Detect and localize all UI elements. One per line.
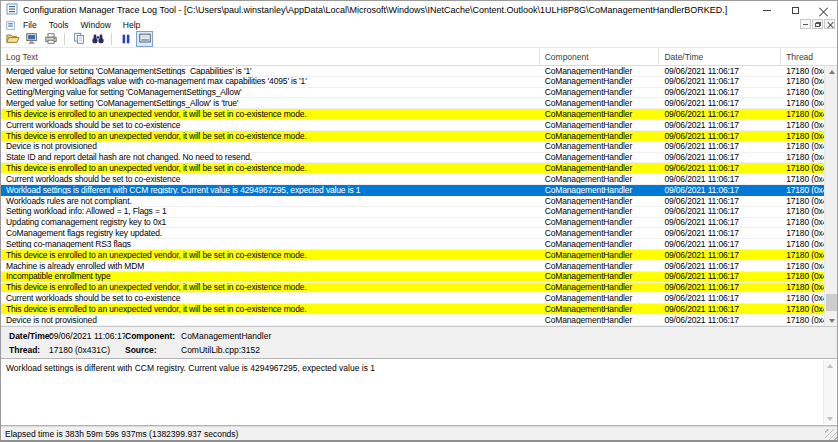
scroll-up-button[interactable]	[825, 66, 837, 77]
open-remote-button[interactable]	[23, 31, 40, 47]
log-cell-comp: CoManagementHandler	[540, 99, 660, 108]
arrow-down-icon	[827, 417, 833, 421]
detail-scroll-down-button[interactable]	[824, 413, 836, 424]
log-cell-date: 09/06/2021 11:06:17	[659, 99, 781, 108]
log-cell-log: This device is enrolled to an unexpected…	[1, 110, 540, 119]
log-row[interactable]: Setting workload info: Allowed = 1, Flag…	[1, 207, 837, 218]
arrow-up-icon	[827, 364, 833, 368]
log-row[interactable]: Current workloads should be set to co-ex…	[1, 293, 837, 304]
minimize-button[interactable]	[753, 1, 781, 19]
log-row[interactable]: Current workloads should be set to co-ex…	[1, 120, 837, 131]
detail-message: Workload settings is different with CCM …	[1, 359, 837, 374]
log-row[interactable]: This device is enrolled to an unexpected…	[1, 109, 837, 120]
column-header-component[interactable]: Component	[540, 48, 660, 65]
mdi-close-button[interactable]	[824, 19, 835, 29]
log-cell-log: State ID and report detail hash are not …	[1, 153, 540, 162]
find-button[interactable]	[89, 31, 106, 47]
pause-icon	[120, 33, 132, 45]
maximize-button[interactable]	[781, 1, 809, 19]
log-cell-date: 09/06/2021 11:06:17	[659, 272, 781, 281]
log-row[interactable]: CoManagement flags registry key updated.…	[1, 228, 837, 239]
detail-scrollbar[interactable]	[823, 360, 836, 424]
log-cell-log: Setting co-management RS3 flags	[1, 240, 540, 249]
log-row[interactable]: This device is enrolled to an unexpected…	[1, 163, 837, 174]
copy-button[interactable]	[70, 31, 87, 47]
cmtrace-window: Configuration Manager Trace Log Tool - […	[0, 0, 838, 442]
column-header-log-text[interactable]: Log Text	[1, 48, 540, 65]
pause-button[interactable]	[117, 31, 134, 47]
log-row[interactable]: This device is enrolled to an unexpected…	[1, 250, 837, 261]
log-cell-comp: CoManagementHandler	[540, 88, 660, 97]
log-cell-date: 09/06/2021 11:06:17	[659, 294, 781, 303]
log-row[interactable]: This device is enrolled to an unexpected…	[1, 283, 837, 294]
log-row[interactable]: Merged value for setting 'CoManagementSe…	[1, 66, 837, 77]
log-cell-comp: CoManagementHandler	[540, 142, 660, 151]
log-cell-comp: CoManagementHandler	[540, 197, 660, 206]
log-cell-comp: CoManagementHandler	[540, 207, 660, 216]
log-row[interactable]: This device is enrolled to an unexpected…	[1, 304, 837, 315]
log-cell-date: 09/06/2021 11:06:17	[659, 142, 781, 151]
log-cell-comp: CoManagementHandler	[540, 294, 660, 303]
resize-grip[interactable]	[825, 429, 837, 441]
log-row[interactable]: New merged workloadflags value with co-m…	[1, 77, 837, 88]
log-row[interactable]: Workloads rules are not compliant.CoMana…	[1, 196, 837, 207]
detail-scroll-up-button[interactable]	[824, 360, 836, 371]
menu-item-help[interactable]: Help	[117, 20, 146, 30]
log-cell-date: 09/06/2021 11:06:17	[659, 207, 781, 216]
log-cell-log: Current workloads should be set to co-ex…	[1, 294, 540, 303]
log-cell-log: Workloads rules are not compliant.	[1, 197, 540, 206]
log-row[interactable]: Setting co-management RS3 flagsCoManagem…	[1, 239, 837, 250]
close-button[interactable]	[809, 1, 837, 19]
log-row[interactable]: Incompatible enrollment typeCoManagement…	[1, 272, 837, 283]
detail-message-box: Workload settings is different with CCM …	[1, 358, 837, 426]
log-cell-date: 09/06/2021 11:06:17	[659, 186, 781, 195]
log-row[interactable]: Device is not provisionedCoManagementHan…	[1, 315, 837, 326]
log-cell-comp: CoManagementHandler	[540, 283, 660, 292]
log-row[interactable]: Updating comanagement registry key to 0x…	[1, 218, 837, 229]
menu-item-tools[interactable]: Tools	[43, 20, 75, 30]
log-row[interactable]: Device is not provisionedCoManagementHan…	[1, 142, 837, 153]
log-cell-comp: CoManagementHandler	[540, 164, 660, 173]
log-row[interactable]: State ID and report detail hash are not …	[1, 153, 837, 164]
log-row[interactable]: Workload settings is different with CCM …	[1, 185, 837, 196]
column-header-thread[interactable]: Thread	[781, 48, 837, 65]
log-cell-log: Current workloads should be set to co-ex…	[1, 121, 540, 130]
log-cell-log: This device is enrolled to an unexpected…	[1, 251, 540, 260]
vertical-scrollbar[interactable]	[824, 66, 837, 326]
log-cell-date: 09/06/2021 11:06:17	[659, 262, 781, 271]
binoculars-icon	[91, 32, 105, 45]
log-row[interactable]: Getting/Merging value for setting 'CoMan…	[1, 88, 837, 99]
log-cell-log: This device is enrolled to an unexpected…	[1, 132, 540, 141]
log-cell-log: Setting workload info: Allowed = 1, Flag…	[1, 207, 540, 216]
minimize-icon	[763, 10, 771, 11]
log-row[interactable]: This device is enrolled to an unexpected…	[1, 131, 837, 142]
detail-fields: Date/Time: 09/06/2021 11:06:17 Component…	[1, 326, 837, 358]
log-rows: Merged value for setting 'CoManagementSe…	[1, 66, 837, 326]
log-cell-comp: CoManagementHandler	[540, 175, 660, 184]
log-cell-date: 09/06/2021 11:06:17	[659, 305, 781, 314]
print-button[interactable]	[42, 31, 59, 47]
log-cell-date: 09/06/2021 11:06:17	[659, 283, 781, 292]
log-cell-log: Device is not provisioned	[1, 316, 540, 325]
log-cell-date: 09/06/2021 11:06:17	[659, 197, 781, 206]
log-row[interactable]: Machine is already enrolled with MDMCoMa…	[1, 261, 837, 272]
remote-computer-icon	[25, 32, 39, 45]
mdi-minimize-button[interactable]	[800, 19, 811, 29]
menu-item-file[interactable]: File	[17, 20, 43, 30]
log-cell-date: 09/06/2021 11:06:17	[659, 316, 781, 325]
log-row[interactable]: Current workloads should be set to co-ex…	[1, 174, 837, 185]
highlight-button[interactable]	[136, 31, 153, 47]
highlight-icon	[138, 32, 152, 45]
menu-item-window[interactable]: Window	[75, 20, 117, 30]
column-header-date-time[interactable]: Date/Time	[659, 48, 781, 65]
log-cell-comp: CoManagementHandler	[540, 262, 660, 271]
toolbar-separator	[111, 33, 112, 45]
arrow-up-icon	[829, 70, 835, 74]
mdi-restore-button[interactable]	[812, 19, 823, 29]
scroll-down-button[interactable]	[825, 315, 837, 326]
scrollbar-thumb[interactable]	[826, 294, 837, 311]
log-cell-log: Machine is already enrolled with MDM	[1, 262, 540, 271]
log-cell-log: This device is enrolled to an unexpected…	[1, 305, 540, 314]
log-row[interactable]: Merged value for setting 'CoManagementSe…	[1, 98, 837, 109]
list-header: Log TextComponentDate/TimeThread	[1, 48, 837, 66]
